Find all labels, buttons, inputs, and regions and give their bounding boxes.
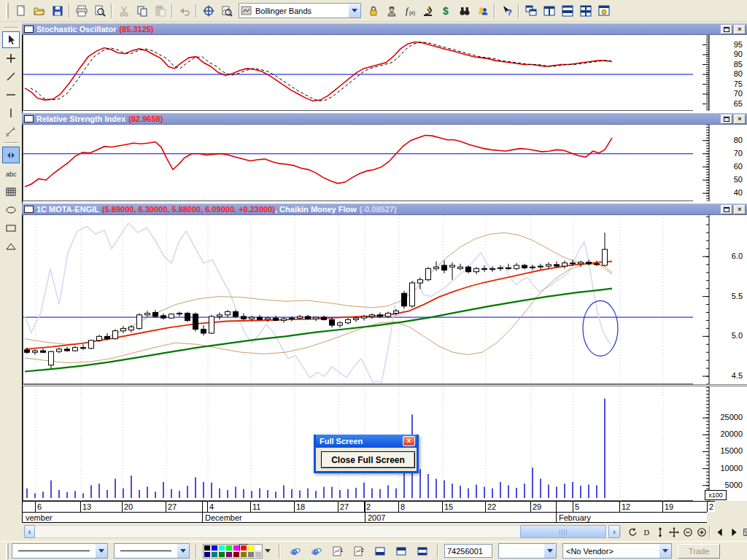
vendor-combo-arrow[interactable]: [659, 544, 671, 558]
chart-crosshair-icon[interactable]: [199, 2, 217, 20]
tile-vertical-icon[interactable]: [540, 2, 558, 20]
symbol-combo[interactable]: [498, 543, 557, 559]
save-icon[interactable]: [48, 2, 66, 20]
paste-icon[interactable]: [151, 2, 169, 20]
maximize-button[interactable]: [721, 205, 732, 214]
explorer-binoculars-icon[interactable]: [455, 2, 473, 20]
symbol-combo-arrow[interactable]: [544, 544, 556, 558]
workspace-settings-icon[interactable]: [595, 2, 613, 20]
cut-icon[interactable]: [115, 2, 133, 20]
account-number-field[interactable]: 74256001: [444, 544, 492, 558]
line-style-combo[interactable]: [12, 543, 108, 559]
rectangle-tool[interactable]: [2, 219, 20, 236]
indicator-combo-arrow[interactable]: [349, 4, 360, 18]
vendor-combo[interactable]: <No Vendor>: [562, 543, 672, 559]
scroll-left-button[interactable]: ‹: [24, 525, 35, 538]
print-icon[interactable]: [72, 2, 90, 20]
grid-tool[interactable]: [2, 183, 20, 200]
tile-horizontal-icon[interactable]: [558, 2, 576, 20]
color-swatch[interactable]: [218, 551, 225, 558]
layout-top-icon[interactable]: [392, 542, 410, 560]
crosshair-tool[interactable]: [2, 50, 20, 66]
maximize-button[interactable]: [721, 25, 732, 34]
expert-advisor-icon[interactable]: [382, 2, 400, 20]
color-swatch[interactable]: [255, 551, 262, 558]
new-icon[interactable]: [12, 2, 30, 20]
step-left-icon[interactable]: [713, 526, 727, 539]
undo-icon[interactable]: [175, 2, 193, 20]
browser-1-icon[interactable]: e: [286, 542, 304, 560]
open-icon[interactable]: [30, 2, 48, 20]
maximize-button[interactable]: [721, 114, 732, 124]
color-swatch[interactable]: [247, 545, 255, 551]
print-preview-icon[interactable]: [90, 2, 109, 20]
color-swatch[interactable]: [240, 551, 247, 558]
horizontal-line-tool[interactable]: [2, 86, 20, 103]
zoom-chart-icon[interactable]: [217, 2, 236, 20]
scroll-horizontal-tool[interactable]: [2, 147, 20, 163]
step-right-icon[interactable]: [727, 526, 740, 539]
trendline-tool[interactable]: [2, 68, 20, 85]
rsi-plot[interactable]: [23, 125, 702, 201]
color-swatch[interactable]: [211, 551, 218, 558]
color-swatch[interactable]: [233, 551, 240, 558]
line-weight-combo[interactable]: [114, 543, 190, 559]
color-swatch[interactable]: [204, 551, 211, 558]
trend-sl-tool[interactable]: SL: [2, 122, 20, 139]
options-dollar-icon[interactable]: $: [437, 2, 455, 20]
dialog-close-icon[interactable]: ×: [403, 436, 415, 446]
rsi-panel-titlebar[interactable]: Relative Strength Index (82.9658) ×: [22, 113, 747, 125]
security-lock-icon[interactable]: [364, 2, 382, 20]
price-plot[interactable]: [23, 215, 702, 384]
chart-page-1-icon[interactable]: 1: [328, 542, 347, 560]
color-swatch[interactable]: [204, 545, 211, 551]
palette-dropdown-arrow[interactable]: [263, 549, 273, 553]
color-swatch[interactable]: [233, 545, 240, 551]
indicator-combo[interactable]: Bollinger Bands: [239, 3, 361, 18]
window-menu-icon[interactable]: [741, 526, 747, 539]
system-tester-icon[interactable]: [419, 2, 437, 20]
color-swatch[interactable]: [218, 545, 225, 551]
zoom-out-icon[interactable]: [681, 526, 694, 539]
close-button[interactable]: ×: [734, 25, 746, 34]
accounts-people-icon[interactable]: [473, 2, 492, 20]
trade-button[interactable]: Trade: [678, 544, 720, 559]
scroll-right-button[interactable]: ›: [608, 525, 620, 538]
indicator-builder-icon[interactable]: f(x): [400, 2, 419, 20]
tile-grid-icon[interactable]: [576, 2, 595, 20]
close-button[interactable]: ×: [734, 114, 746, 124]
color-swatch[interactable]: [225, 545, 233, 551]
triangle-tool[interactable]: [2, 238, 20, 254]
cascade-windows-icon[interactable]: [522, 2, 540, 20]
close-button[interactable]: ×: [734, 205, 746, 214]
move-all-icon[interactable]: [667, 526, 681, 539]
refresh-quotes-icon[interactable]: [626, 526, 639, 539]
stochastic-plot[interactable]: [23, 35, 702, 111]
line-style-combo-arrow[interactable]: [96, 544, 107, 558]
expand-vertical-icon[interactable]: [654, 526, 667, 539]
close-full-screen-button[interactable]: Close Full Screen: [321, 451, 415, 468]
toolbar-grip[interactable]: [6, 543, 9, 559]
layout-split-icon[interactable]: [413, 542, 431, 560]
toolbar-grip[interactable]: [6, 3, 9, 19]
line-weight-combo-arrow[interactable]: [177, 544, 189, 558]
color-swatch[interactable]: [255, 545, 262, 551]
zoom-in-icon[interactable]: [695, 526, 708, 539]
browser-2-icon[interactable]: e: [307, 542, 325, 560]
text-abc-tool[interactable]: abc: [2, 165, 20, 182]
layout-bottom-icon[interactable]: [371, 542, 389, 560]
color-swatch[interactable]: [240, 545, 247, 551]
scrollbar-thumb[interactable]: [520, 525, 606, 538]
help-arrow-icon[interactable]: ?: [498, 2, 516, 20]
stochastic-panel-titlebar[interactable]: Stochastic Oscillator (85.3125) ×: [22, 23, 747, 35]
color-swatch[interactable]: [225, 551, 233, 558]
pointer-tool[interactable]: [2, 31, 20, 48]
dialog-titlebar[interactable]: Full Screen ×: [316, 435, 417, 448]
ellipse-tool[interactable]: [2, 201, 20, 218]
data-d-icon[interactable]: D: [640, 526, 653, 539]
color-swatch[interactable]: [247, 551, 255, 558]
price-panel-titlebar[interactable]: 1C MOTA-ENGIL (5.89000, 6.30000, 5.88000…: [22, 203, 747, 215]
chart-page-2-icon[interactable]: 2: [349, 542, 368, 560]
vertical-line-tool[interactable]: [2, 104, 20, 121]
color-swatch[interactable]: [211, 545, 218, 551]
